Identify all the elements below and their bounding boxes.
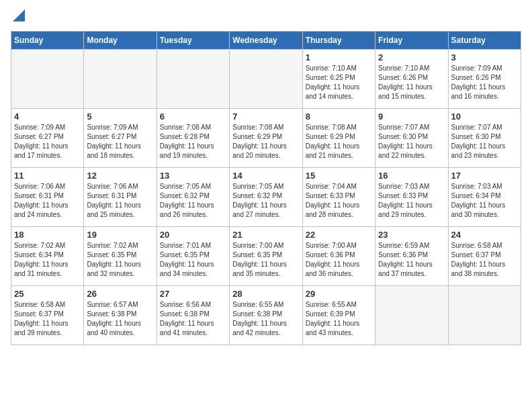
day-info: Sunrise: 7:05 AM Sunset: 6:32 PM Dayligh… [160,182,226,220]
calendar-cell: 3Sunrise: 7:09 AM Sunset: 6:26 PM Daylig… [448,50,521,109]
day-number: 19 [87,230,153,240]
calendar-cell: 25Sunrise: 6:58 AM Sunset: 6:37 PM Dayli… [11,286,84,345]
calendar-cell: 13Sunrise: 7:05 AM Sunset: 6:32 PM Dayli… [157,168,229,227]
day-info: Sunrise: 6:55 AM Sunset: 6:38 PM Dayligh… [232,300,299,338]
calendar-cell: 19Sunrise: 7:02 AM Sunset: 6:35 PM Dayli… [84,227,157,286]
day-info: Sunrise: 7:00 AM Sunset: 6:36 PM Dayligh… [306,241,372,279]
header-wednesday: Wednesday [230,32,302,50]
day-info: Sunrise: 7:07 AM Sunset: 6:30 PM Dayligh… [451,123,518,161]
day-info: Sunrise: 7:06 AM Sunset: 6:31 PM Dayligh… [87,182,153,220]
day-info: Sunrise: 6:59 AM Sunset: 6:36 PM Dayligh… [378,241,445,279]
logo [11,11,25,26]
calendar-cell: 26Sunrise: 6:57 AM Sunset: 6:38 PM Dayli… [84,286,157,345]
calendar-cell [375,286,448,345]
calendar-cell: 9Sunrise: 7:07 AM Sunset: 6:30 PM Daylig… [375,109,448,168]
calendar-cell: 23Sunrise: 6:59 AM Sunset: 6:36 PM Dayli… [375,227,448,286]
calendar-week-1: 4Sunrise: 7:09 AM Sunset: 6:27 PM Daylig… [11,109,521,168]
calendar-cell [230,50,302,109]
day-info: Sunrise: 7:05 AM Sunset: 6:32 PM Dayligh… [232,182,299,220]
day-info: Sunrise: 7:08 AM Sunset: 6:28 PM Dayligh… [160,123,226,161]
day-info: Sunrise: 7:06 AM Sunset: 6:31 PM Dayligh… [14,182,81,220]
calendar-cell: 12Sunrise: 7:06 AM Sunset: 6:31 PM Dayli… [84,168,157,227]
header-saturday: Saturday [448,32,521,50]
day-info: Sunrise: 7:08 AM Sunset: 6:29 PM Dayligh… [306,123,372,161]
day-info: Sunrise: 7:03 AM Sunset: 6:33 PM Dayligh… [378,182,445,220]
day-info: Sunrise: 7:08 AM Sunset: 6:29 PM Dayligh… [232,123,299,161]
day-number: 26 [87,289,153,299]
calendar-cell: 29Sunrise: 6:55 AM Sunset: 6:39 PM Dayli… [302,286,375,345]
calendar-cell: 8Sunrise: 7:08 AM Sunset: 6:29 PM Daylig… [302,109,375,168]
calendar-cell [157,50,229,109]
calendar-cell: 24Sunrise: 6:58 AM Sunset: 6:37 PM Dayli… [448,227,521,286]
calendar-cell: 7Sunrise: 7:08 AM Sunset: 6:29 PM Daylig… [230,109,302,168]
day-info: Sunrise: 6:58 AM Sunset: 6:37 PM Dayligh… [451,241,518,279]
header-friday: Friday [375,32,448,50]
calendar-cell: 2Sunrise: 7:10 AM Sunset: 6:26 PM Daylig… [375,50,448,109]
header-thursday: Thursday [302,32,375,50]
day-info: Sunrise: 7:03 AM Sunset: 6:34 PM Dayligh… [451,182,518,220]
day-number: 27 [160,289,226,299]
day-number: 13 [160,171,226,181]
day-info: Sunrise: 6:57 AM Sunset: 6:38 PM Dayligh… [87,300,153,338]
day-info: Sunrise: 7:00 AM Sunset: 6:35 PM Dayligh… [232,241,299,279]
day-number: 25 [14,289,81,299]
day-number: 20 [160,230,226,240]
calendar-cell: 4Sunrise: 7:09 AM Sunset: 6:27 PM Daylig… [11,109,84,168]
day-number: 16 [378,171,445,181]
header [11,11,521,26]
day-info: Sunrise: 7:02 AM Sunset: 6:35 PM Dayligh… [87,241,153,279]
calendar-week-4: 25Sunrise: 6:58 AM Sunset: 6:37 PM Dayli… [11,286,521,345]
day-info: Sunrise: 7:10 AM Sunset: 6:25 PM Dayligh… [306,64,372,101]
day-number: 9 [378,111,445,122]
calendar-cell: 28Sunrise: 6:55 AM Sunset: 6:38 PM Dayli… [230,286,302,345]
day-info: Sunrise: 6:56 AM Sunset: 6:38 PM Dayligh… [160,300,226,338]
day-info: Sunrise: 7:09 AM Sunset: 6:26 PM Dayligh… [451,64,518,101]
calendar-cell [84,50,157,109]
calendar-cell: 22Sunrise: 7:00 AM Sunset: 6:36 PM Dayli… [302,227,375,286]
day-info: Sunrise: 7:10 AM Sunset: 6:26 PM Dayligh… [378,64,445,101]
day-info: Sunrise: 7:01 AM Sunset: 6:35 PM Dayligh… [160,241,226,279]
day-number: 12 [87,171,153,181]
day-number: 3 [451,52,518,62]
day-number: 4 [14,111,81,122]
day-info: Sunrise: 6:55 AM Sunset: 6:39 PM Dayligh… [306,300,372,338]
day-number: 1 [306,52,372,62]
day-info: Sunrise: 7:09 AM Sunset: 6:27 PM Dayligh… [87,123,153,161]
svg-marker-0 [13,9,25,21]
header-sunday: Sunday [11,32,84,50]
calendar-cell: 5Sunrise: 7:09 AM Sunset: 6:27 PM Daylig… [84,109,157,168]
day-number: 6 [160,111,226,122]
day-number: 23 [378,230,445,240]
calendar-cell: 14Sunrise: 7:05 AM Sunset: 6:32 PM Dayli… [230,168,302,227]
calendar-week-3: 18Sunrise: 7:02 AM Sunset: 6:34 PM Dayli… [11,227,521,286]
day-number: 15 [306,171,372,181]
day-number: 22 [306,230,372,240]
day-number: 7 [232,111,299,122]
calendar-cell: 6Sunrise: 7:08 AM Sunset: 6:28 PM Daylig… [157,109,229,168]
calendar-cell: 21Sunrise: 7:00 AM Sunset: 6:35 PM Dayli… [230,227,302,286]
day-number: 28 [232,289,299,299]
calendar-week-2: 11Sunrise: 7:06 AM Sunset: 6:31 PM Dayli… [11,168,521,227]
day-number: 29 [306,289,372,299]
calendar-cell [448,286,521,345]
calendar-week-0: 1Sunrise: 7:10 AM Sunset: 6:25 PM Daylig… [11,50,521,109]
logo-icon [13,9,25,21]
header-monday: Monday [84,32,157,50]
day-number: 24 [451,230,518,240]
day-number: 5 [87,111,153,122]
calendar-cell: 20Sunrise: 7:01 AM Sunset: 6:35 PM Dayli… [157,227,229,286]
day-number: 14 [232,171,299,181]
day-info: Sunrise: 7:04 AM Sunset: 6:33 PM Dayligh… [306,182,372,220]
day-info: Sunrise: 7:09 AM Sunset: 6:27 PM Dayligh… [14,123,81,161]
day-info: Sunrise: 6:58 AM Sunset: 6:37 PM Dayligh… [14,300,81,338]
calendar-cell [11,50,84,109]
day-number: 10 [451,111,518,122]
calendar-table: SundayMondayTuesdayWednesdayThursdayFrid… [11,31,521,345]
day-number: 2 [378,52,445,62]
calendar-cell: 11Sunrise: 7:06 AM Sunset: 6:31 PM Dayli… [11,168,84,227]
day-number: 8 [306,111,372,122]
header-tuesday: Tuesday [157,32,229,50]
day-number: 11 [14,171,81,181]
calendar-cell: 10Sunrise: 7:07 AM Sunset: 6:30 PM Dayli… [448,109,521,168]
day-number: 21 [232,230,299,240]
